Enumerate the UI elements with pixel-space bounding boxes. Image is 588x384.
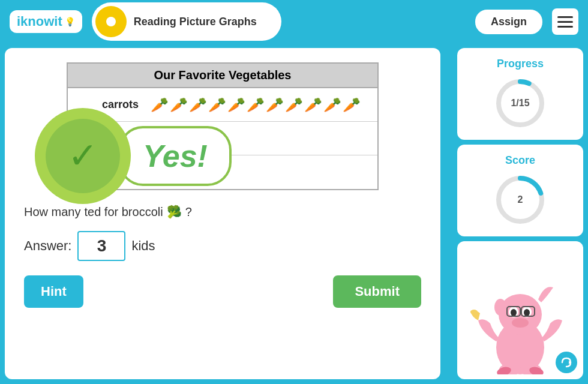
svg-point-8 <box>511 309 517 316</box>
menu-button[interactable] <box>552 8 578 35</box>
menu-icon-2 <box>557 21 573 23</box>
carrot-icon-7: 🥕 <box>266 97 284 113</box>
carrot-icon-8: 🥕 <box>285 97 303 113</box>
checkmark-badge: ✓ <box>35 108 131 204</box>
question-text-after: ted for broccoli <box>84 205 163 219</box>
yes-text: Yes! <box>143 139 208 173</box>
carrot-icon-11: 🥕 <box>343 97 361 113</box>
yes-bubble: Yes! <box>119 126 232 186</box>
nav-arrow-icon <box>560 356 572 368</box>
svg-text:✓: ✓ <box>68 136 98 176</box>
question-broccoli-icon: 🥦 <box>167 205 182 219</box>
divider <box>448 48 450 379</box>
menu-icon-3 <box>557 26 573 28</box>
badge-outer: ✓ <box>35 108 131 204</box>
svg-point-18 <box>470 310 478 314</box>
logo: iknowit 💡 <box>10 10 82 33</box>
question-text-end: ? <box>185 205 192 219</box>
assign-button[interactable]: Assign <box>475 10 542 34</box>
carrot-icon-6: 🥕 <box>247 97 265 113</box>
page-title: Reading Picture Graphs <box>134 16 257 28</box>
score-title: Score <box>505 154 535 167</box>
question-area: How many ted for broccoli 🥦 ? <box>24 205 421 219</box>
answer-label: Answer: <box>24 238 71 254</box>
question-text-before: How many <box>24 205 80 219</box>
nav-arrow[interactable] <box>556 352 577 373</box>
right-panel: Progress 1/15 Score 2 <box>457 48 583 379</box>
submit-button[interactable]: Submit <box>333 275 421 308</box>
menu-icon <box>557 16 573 18</box>
answer-input[interactable] <box>77 231 125 261</box>
progress-circle: 1/15 <box>493 76 547 130</box>
left-panel: Our Favorite Vegetables carrots 🥕 🥕 🥕 🥕 … <box>5 48 440 379</box>
hint-button[interactable]: Hint <box>24 275 83 308</box>
svg-point-13 <box>512 318 529 328</box>
progress-card: Progress 1/15 <box>457 48 583 140</box>
logo-bulb: 💡 <box>65 17 75 26</box>
carrot-icon-9: 🥕 <box>304 97 322 113</box>
progress-title: Progress <box>497 58 544 70</box>
bottom-buttons: Hint Submit <box>24 275 421 308</box>
title-area: Reading Picture Graphs <box>92 2 282 41</box>
character-svg <box>469 254 571 374</box>
main-container: Our Favorite Vegetables carrots 🥕 🥕 🥕 🥕 … <box>0 43 588 384</box>
character-card <box>457 241 583 379</box>
scallop-svg: ✓ <box>35 108 131 204</box>
carrot-icon-10: 🥕 <box>323 97 341 113</box>
title-icon <box>95 6 127 37</box>
svg-point-9 <box>524 309 530 316</box>
score-card: Score 2 <box>457 145 583 236</box>
score-value: 2 <box>518 194 523 205</box>
yes-overlay: ✓ Yes! <box>35 108 232 204</box>
header: iknowit 💡 Reading Picture Graphs Assign <box>0 0 588 43</box>
answer-unit: kids <box>131 238 155 254</box>
answer-row: Answer: kids <box>24 231 421 261</box>
score-circle: 2 <box>493 173 547 227</box>
progress-value: 1/15 <box>511 98 529 109</box>
logo-text: iknowit <box>17 14 62 29</box>
title-circle-dot <box>106 17 116 26</box>
chart-title: Our Favorite Vegetables <box>67 62 379 87</box>
svg-point-5 <box>494 299 506 316</box>
